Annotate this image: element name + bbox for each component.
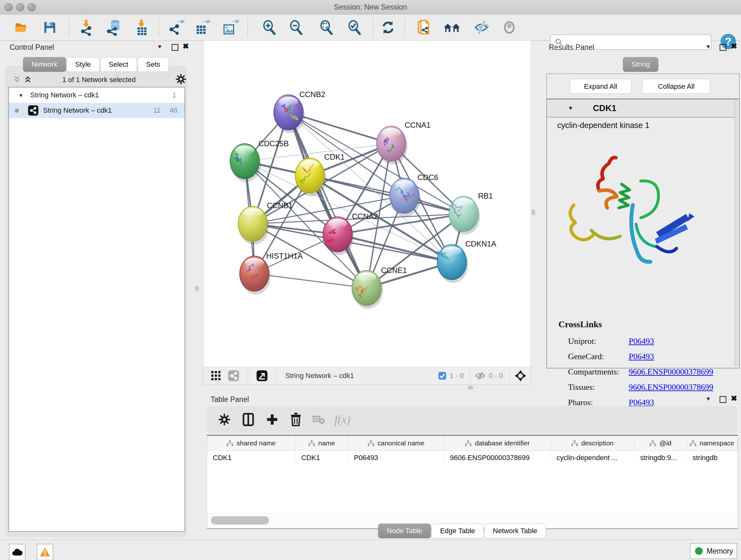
results-panel-float-button[interactable]: ▼ (705, 44, 711, 50)
crosslink-link-genecard-[interactable]: P06493 (629, 352, 654, 361)
node-CDC25B[interactable] (230, 144, 261, 182)
column-header-canonical-name[interactable]: canonical name (348, 436, 444, 451)
export-image-button[interactable] (221, 18, 239, 37)
column-header-shared-name[interactable]: shared name (207, 436, 295, 451)
import-network-button[interactable] (77, 18, 95, 37)
show-all-panels-button[interactable] (443, 18, 461, 37)
open-external-icon[interactable] (256, 370, 268, 381)
column-header-name[interactable]: name (295, 436, 348, 451)
toggle-columns-icon[interactable] (243, 413, 254, 426)
node-CCNB1[interactable] (238, 206, 269, 245)
scrollbar-thumb[interactable] (211, 516, 269, 524)
refresh-button[interactable] (379, 18, 397, 37)
network-row[interactable]: String Network – cdk1 11 48 (9, 103, 185, 118)
table-panel-close-button[interactable]: ✖ (731, 394, 737, 403)
share-network-icon[interactable] (228, 370, 239, 381)
open-session-button[interactable] (12, 18, 30, 37)
tab-network[interactable]: Network (23, 57, 66, 72)
node-CDC6[interactable] (390, 178, 421, 216)
column-header--id[interactable]: @id (634, 436, 687, 451)
toolbar-separator (509, 369, 510, 382)
zoom-out-button[interactable] (287, 18, 305, 37)
memory-button[interactable]: Memory (690, 543, 737, 559)
crosslink-link-tissues-[interactable]: 9606.ENSP00000378699 (629, 382, 713, 392)
tree-expand-triangle-icon[interactable]: ▼ (18, 92, 23, 98)
right-splitter-handle[interactable] (531, 209, 535, 215)
export-network-button[interactable] (168, 18, 186, 37)
left-splitter-handle[interactable] (195, 286, 199, 291)
collapse-all-networks-button[interactable] (12, 74, 22, 84)
selected-checkbox[interactable] (438, 372, 447, 380)
network-options-button[interactable] (176, 74, 186, 84)
table-header-row: shared namenamecanonical namedatabase id… (207, 436, 738, 451)
hidden-eye-icon[interactable] (475, 371, 486, 380)
node-CDK1[interactable] (295, 158, 326, 196)
network-collection-row[interactable]: ▼ String Network – cdk1 1 (9, 87, 185, 103)
table-panel-undock-button[interactable] (720, 396, 726, 403)
toggle-view-button[interactable] (500, 18, 518, 37)
bottom-splitter-handle[interactable] (468, 386, 473, 389)
hide-panels-button[interactable] (473, 18, 490, 37)
results-panel-close-button[interactable]: ✖ (731, 42, 737, 51)
column-header-namespace[interactable]: namespace (687, 436, 738, 451)
edge-CCNB2-CCNE1[interactable] (288, 112, 367, 288)
control-panel-close-button[interactable]: ✖ (183, 42, 189, 51)
tab-sets[interactable]: Sets (138, 57, 169, 72)
birdseye-icon[interactable] (514, 369, 527, 382)
zoom-in-button[interactable] (260, 18, 278, 37)
expand-all-button[interactable]: Expand All (569, 79, 631, 94)
section-collapse-triangle-icon[interactable]: ▼ (568, 105, 573, 111)
import-table-icon (134, 19, 150, 36)
add-column-plus-icon[interactable] (266, 414, 278, 426)
node-RB1[interactable] (449, 196, 480, 235)
control-panel-undock-button[interactable] (172, 44, 179, 51)
expand-all-networks-button[interactable] (23, 74, 32, 84)
node-CCNB2[interactable] (274, 95, 305, 133)
node-CCNA1[interactable] (377, 126, 408, 165)
edge-CDK1-RB1[interactable] (310, 176, 464, 214)
tab-style[interactable]: Style (67, 57, 99, 72)
zoom-fit-button[interactable] (318, 18, 335, 37)
table-cell: 9606.ENSP00000378699 (444, 451, 551, 465)
results-panel-undock-button[interactable] (720, 44, 726, 51)
crosslink-link-compartments-[interactable]: 9606.ENSP00000378699 (629, 367, 713, 377)
node-label-RB1: RB1 (478, 192, 493, 200)
node-CDKN1A[interactable] (437, 245, 468, 283)
edge-CCNE1-HIST1H1A[interactable] (254, 273, 367, 288)
table-panel-float-button[interactable]: ▼ (705, 396, 711, 402)
delete-table-icon[interactable] (312, 415, 325, 425)
column-header-database-identifier[interactable]: database identifier (444, 436, 551, 451)
delete-column-trash-icon[interactable] (290, 413, 301, 426)
network-view-canvas[interactable]: CCNB2CCNA1CDC25BCDK1CDC6RB1CCNB1CCNA2CDK… (203, 41, 531, 368)
crosslink-link-uniprot-[interactable]: P06493 (629, 336, 654, 346)
node-HIST1H1A[interactable] (240, 256, 271, 294)
collapse-all-button[interactable]: Collapse All (642, 79, 711, 94)
import-network-from-database-button[interactable] (105, 18, 123, 37)
tab-node-table[interactable]: Node Table (378, 523, 431, 538)
table-row[interactable]: CDK1CDK1P064939606.ENSP00000378699cyclin… (207, 451, 738, 465)
control-panel-float-button[interactable]: ▼ (157, 44, 162, 50)
cloud-status-button[interactable] (9, 544, 25, 560)
warning-status-button[interactable] (37, 544, 53, 560)
zoom-selected-button[interactable] (346, 18, 363, 37)
grid-view-icon[interactable] (211, 371, 221, 381)
node-CCNE1[interactable] (352, 270, 383, 309)
save-session-button[interactable] (41, 18, 59, 37)
results-scrollbar[interactable] (735, 100, 738, 367)
function-builder-button[interactable]: f(x) (334, 413, 350, 426)
table-cell: P06493 (348, 451, 444, 465)
tab-network-table[interactable]: Network Table (484, 523, 546, 538)
node-label-CCNA2: CCNA2 (352, 212, 378, 221)
export-table-button[interactable] (194, 18, 212, 37)
tab-string[interactable]: String (623, 57, 658, 72)
clone-network-button[interactable] (415, 18, 433, 37)
node-CCNA2[interactable] (323, 217, 354, 255)
column-label: namespace (699, 439, 734, 447)
tab-select[interactable]: Select (100, 57, 137, 72)
import-table-button[interactable] (133, 18, 151, 37)
tab-edge-table[interactable]: Edge Table (431, 523, 484, 538)
gene-section-header[interactable]: ▼ CDK1 (547, 100, 738, 118)
houses-icon (443, 20, 461, 35)
column-header-description[interactable]: description (551, 436, 634, 451)
table-settings-gear-icon[interactable] (218, 414, 230, 426)
